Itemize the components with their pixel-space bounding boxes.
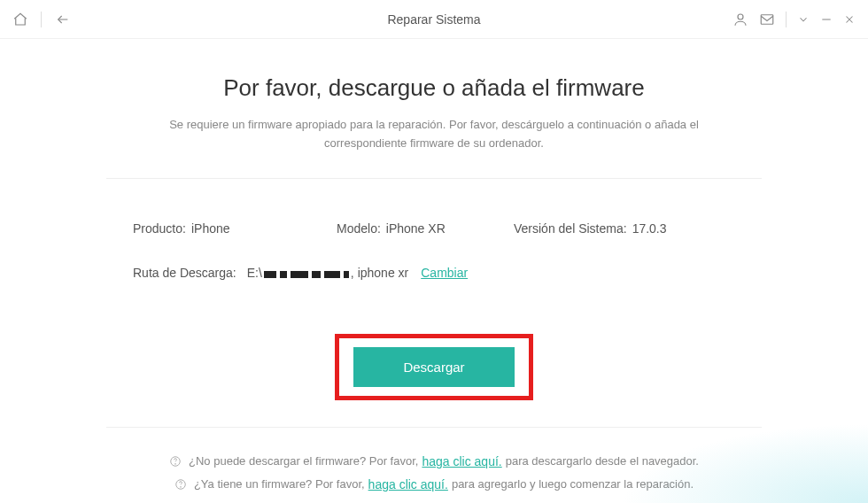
svg-point-0 (738, 14, 743, 19)
titlebar-right (732, 12, 856, 27)
product-label: Producto: (133, 221, 186, 236)
back-arrow-icon[interactable] (54, 12, 72, 27)
change-path-link[interactable]: Cambiar (421, 266, 468, 280)
path-label: Ruta de Descarga: (133, 266, 236, 280)
titlebar-left (12, 12, 72, 27)
version-field: Versión del Sistema: 17.0.3 (514, 221, 667, 236)
path-suffix: , iphone xr (351, 266, 408, 280)
download-button[interactable]: Descargar (353, 347, 514, 387)
svg-point-5 (181, 486, 182, 487)
close-icon[interactable] (843, 13, 856, 26)
redacted-path (262, 267, 351, 281)
model-value: iPhone XR (386, 221, 446, 236)
page-title: Por favor, descargue o añada el firmware (0, 74, 868, 102)
download-highlight-box: Descargar (335, 334, 532, 400)
path-value: E:\, iphone xr (247, 266, 409, 281)
help-line-add: ¿Ya tiene un firmware? Por favor, haga c… (0, 477, 868, 491)
download-path-row: Ruta de Descarga: E:\, iphone xr Cambiar (133, 266, 735, 281)
help-text: para agregarlo y luego comenzar la repar… (452, 477, 694, 491)
divider (786, 12, 787, 27)
device-info-row: Producto: iPhone Modelo: iPhone XR Versi… (133, 221, 735, 236)
user-icon[interactable] (732, 12, 748, 27)
version-value: 17.0.3 (632, 221, 667, 236)
help-text: para descargarlo desde el navegador. (506, 454, 699, 468)
divider (41, 12, 42, 27)
path-prefix: E:\ (247, 266, 262, 280)
home-icon[interactable] (12, 12, 28, 27)
svg-point-3 (175, 463, 176, 464)
question-icon (174, 478, 187, 491)
svg-rect-1 (761, 14, 773, 24)
product-value: iPhone (191, 221, 230, 236)
help-add-link[interactable]: haga clic aquí. (368, 477, 448, 491)
minimize-icon[interactable] (820, 13, 833, 26)
titlebar: Reparar Sistema (0, 0, 868, 39)
model-field: Modelo: iPhone XR (337, 221, 514, 236)
main-content: Por favor, descargue o añada el firmware… (0, 39, 868, 491)
chevron-down-icon[interactable] (797, 13, 810, 26)
product-field: Producto: iPhone (133, 221, 337, 236)
page-subtitle: Se requiere un firmware apropiado para l… (159, 116, 709, 153)
help-line-download: ¿No puede descargar el firmware? Por fav… (0, 454, 868, 468)
question-icon (169, 455, 182, 468)
version-label: Versión del Sistema: (514, 221, 627, 236)
download-button-wrap: Descargar (0, 334, 868, 400)
help-text: ¿Ya tiene un firmware? Por favor, (194, 477, 365, 491)
help-section: ¿No puede descargar el firmware? Por fav… (0, 428, 868, 491)
help-text: ¿No puede descargar el firmware? Por fav… (189, 454, 418, 468)
model-label: Modelo: (337, 221, 381, 236)
device-info-section: Producto: iPhone Modelo: iPhone XR Versi… (0, 179, 868, 307)
window-title: Reparar Sistema (387, 12, 480, 27)
mail-icon[interactable] (759, 12, 775, 27)
help-browser-link[interactable]: haga clic aquí. (422, 454, 501, 468)
